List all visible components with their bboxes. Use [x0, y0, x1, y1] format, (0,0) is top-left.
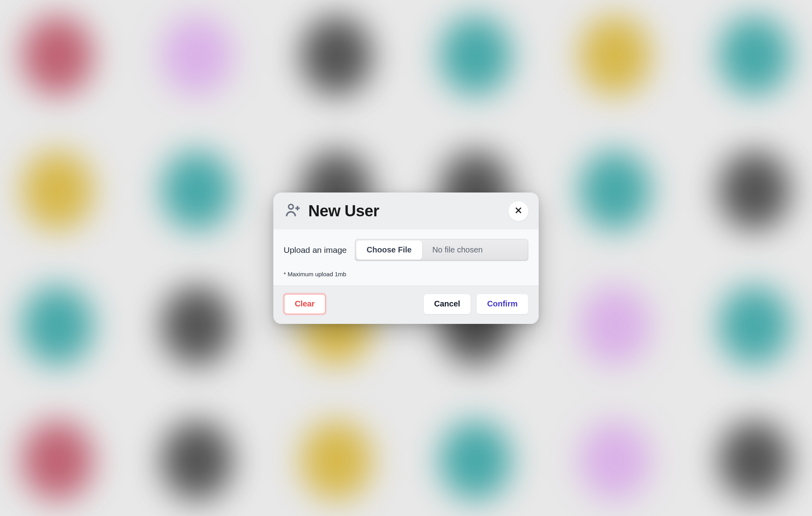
cancel-button[interactable]: Cancel [423, 294, 471, 314]
user-add-icon [284, 202, 301, 221]
upload-row: Upload an image Choose File No file chos… [284, 239, 528, 261]
modal-title: New User [308, 202, 379, 220]
svg-point-0 [288, 204, 293, 209]
file-picker: Choose File No file chosen [355, 239, 528, 261]
close-button[interactable] [508, 201, 528, 221]
modal-footer: Clear Cancel Confirm [273, 285, 539, 324]
upload-label: Upload an image [284, 245, 347, 255]
close-icon [514, 206, 523, 216]
modal-body: Upload an image Choose File No file chos… [273, 229, 539, 285]
upload-hint: * Maximum upload 1mb [284, 271, 528, 277]
clear-button[interactable]: Clear [284, 294, 326, 314]
confirm-button[interactable]: Confirm [476, 294, 528, 314]
choose-file-button[interactable]: Choose File [356, 241, 422, 260]
new-user-modal: New User Upload an image Choose File No … [273, 193, 539, 324]
modal-overlay: New User Upload an image Choose File No … [0, 0, 812, 516]
file-status-text: No file chosen [423, 239, 528, 261]
modal-header: New User [273, 193, 539, 229]
